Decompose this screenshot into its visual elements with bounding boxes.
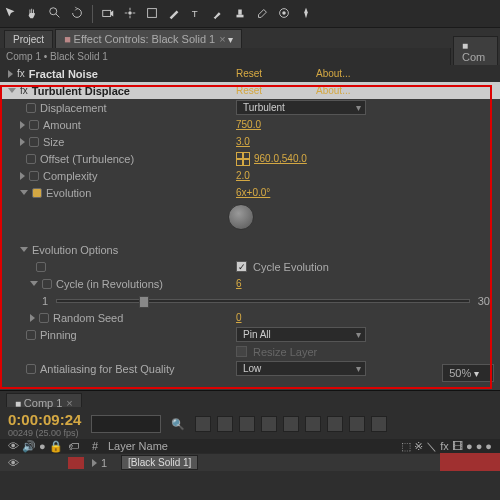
effect-controls-panel: fxFractal Noise Reset About... fxTurbule… bbox=[0, 65, 500, 377]
effect-fractal-noise[interactable]: fxFractal Noise Reset About... bbox=[0, 65, 500, 82]
prop-antialiasing: Antialiasing for Best QualityLow bbox=[0, 360, 500, 377]
cycle-slider[interactable] bbox=[56, 299, 470, 303]
about-link[interactable]: About... bbox=[316, 68, 350, 79]
displacement-select[interactable]: Turbulent bbox=[236, 100, 366, 115]
stopwatch-icon[interactable] bbox=[39, 313, 49, 323]
prop-evolution-options: Evolution Options bbox=[0, 241, 500, 258]
eraser-tool-icon[interactable] bbox=[255, 6, 269, 22]
shape-tool-icon[interactable] bbox=[145, 6, 159, 22]
crosshair-icon[interactable] bbox=[236, 152, 250, 166]
expand-icon[interactable] bbox=[92, 459, 97, 467]
hand-tool-icon[interactable] bbox=[26, 6, 40, 22]
search-input[interactable] bbox=[91, 415, 161, 433]
camera-tool-icon[interactable] bbox=[101, 6, 115, 22]
complexity-value[interactable]: 2.0 bbox=[236, 170, 250, 181]
evolution-knob[interactable] bbox=[228, 204, 254, 230]
stopwatch-icon[interactable] bbox=[26, 330, 36, 340]
collapse-icon[interactable] bbox=[8, 88, 16, 93]
pen-tool-icon[interactable] bbox=[167, 6, 181, 22]
cycle-evolution-checkbox[interactable]: ✓ bbox=[236, 261, 247, 272]
prop-resize-layer: Resize Layer bbox=[0, 343, 500, 360]
stopwatch-icon[interactable] bbox=[26, 154, 36, 164]
reset-link[interactable]: Reset bbox=[236, 85, 316, 96]
expand-icon[interactable] bbox=[20, 172, 25, 180]
stopwatch-icon[interactable] bbox=[42, 279, 52, 289]
icon-1[interactable] bbox=[195, 416, 211, 432]
fx-badge: fx bbox=[20, 85, 28, 96]
timecode[interactable]: 0:00:09:24 bbox=[8, 411, 81, 428]
expand-icon[interactable] bbox=[30, 314, 35, 322]
collapse-icon[interactable] bbox=[20, 247, 28, 252]
prop-evolution: Evolution6x+0.0° bbox=[0, 184, 500, 201]
tab-comp-right[interactable]: ■ Com bbox=[453, 36, 498, 66]
icon-8[interactable] bbox=[349, 416, 365, 432]
size-value[interactable]: 3.0 bbox=[236, 136, 250, 147]
roto-tool-icon[interactable] bbox=[277, 6, 291, 22]
svg-point-0 bbox=[50, 7, 57, 14]
reset-link[interactable]: Reset bbox=[236, 68, 316, 79]
slider-min: 1 bbox=[42, 295, 48, 307]
visibility-icon[interactable]: 👁 bbox=[8, 457, 68, 469]
stopwatch-icon[interactable] bbox=[29, 120, 39, 130]
tab-project[interactable]: Project bbox=[4, 30, 53, 48]
pin-tool-icon[interactable] bbox=[299, 6, 313, 22]
selection-tool-icon[interactable] bbox=[4, 6, 18, 22]
evolution-value[interactable]: 6x+0.0° bbox=[236, 187, 270, 198]
timeline-icons bbox=[195, 416, 492, 432]
text-tool-icon[interactable]: T bbox=[189, 6, 203, 22]
amount-value[interactable]: 750.0 bbox=[236, 119, 261, 130]
icon-4[interactable] bbox=[261, 416, 277, 432]
anchor-tool-icon[interactable] bbox=[123, 6, 137, 22]
brush-tool-icon[interactable] bbox=[211, 6, 225, 22]
stopwatch-icon[interactable] bbox=[26, 364, 36, 374]
collapse-icon[interactable] bbox=[30, 281, 38, 286]
layer-row[interactable]: 👁1[Black Solid 1]⬚ ／ fx ▾ bbox=[0, 453, 500, 471]
timecode-sub: 00249 (25.00 fps) bbox=[8, 428, 81, 438]
icon-6[interactable] bbox=[305, 416, 321, 432]
stopwatch-icon[interactable] bbox=[36, 262, 46, 272]
search-icon[interactable]: 🔍 bbox=[171, 418, 185, 431]
icon-7[interactable] bbox=[327, 416, 343, 432]
tab-timeline-comp[interactable]: ■ Comp 1× bbox=[6, 393, 82, 407]
expand-icon[interactable] bbox=[8, 70, 13, 78]
resize-layer-checkbox bbox=[236, 346, 247, 357]
close-icon[interactable]: × bbox=[219, 33, 225, 45]
close-icon[interactable]: × bbox=[66, 397, 72, 409]
stopwatch-icon[interactable] bbox=[32, 188, 42, 198]
layer-name[interactable]: [Black Solid 1] bbox=[121, 455, 198, 470]
icon-5[interactable] bbox=[283, 416, 299, 432]
breadcrumb: Comp 1 • Black Solid 1 bbox=[0, 48, 500, 65]
pinning-select[interactable]: Pin All bbox=[236, 327, 366, 342]
prop-random-seed: Random Seed0 bbox=[0, 309, 500, 326]
cycle-value[interactable]: 6 bbox=[236, 278, 242, 289]
stopwatch-icon[interactable] bbox=[29, 137, 39, 147]
tab-effect-controls[interactable]: ■ Effect Controls: Black Solid 1× ▾ bbox=[55, 29, 242, 48]
layer-color[interactable] bbox=[68, 457, 84, 469]
stopwatch-icon[interactable] bbox=[26, 103, 36, 113]
timeline-columns: 👁 🔊 ● 🔒🏷#Layer Name⬚ ※ ＼ fx 🎞 ● ● ● bbox=[0, 439, 500, 453]
stamp-tool-icon[interactable] bbox=[233, 6, 247, 22]
antialiasing-select[interactable]: Low bbox=[236, 361, 366, 376]
about-link[interactable]: About... bbox=[316, 85, 350, 96]
stopwatch-icon[interactable] bbox=[29, 171, 39, 181]
fx-badge: fx bbox=[17, 68, 25, 79]
collapse-icon[interactable] bbox=[20, 190, 28, 195]
icon-3[interactable] bbox=[239, 416, 255, 432]
rotate-tool-icon[interactable] bbox=[70, 6, 84, 22]
zoom-tool-icon[interactable] bbox=[48, 6, 62, 22]
effect-turbulent-displace[interactable]: fxTurbulent Displace Reset About... bbox=[0, 82, 500, 99]
panel-tabs: Project ■ Effect Controls: Black Solid 1… bbox=[0, 28, 500, 48]
expand-icon[interactable] bbox=[20, 121, 25, 129]
layer-bar[interactable] bbox=[440, 453, 500, 471]
random-seed-value[interactable]: 0 bbox=[236, 312, 242, 323]
expand-icon[interactable] bbox=[20, 138, 25, 146]
icon-9[interactable] bbox=[371, 416, 387, 432]
prop-complexity: Complexity2.0 bbox=[0, 167, 500, 184]
prop-offset: Offset (Turbulence)960.0,540.0 bbox=[0, 150, 500, 167]
icon-2[interactable] bbox=[217, 416, 233, 432]
zoom-select[interactable]: 50% ▾ bbox=[442, 364, 494, 382]
cycle-slider-row: 130 bbox=[0, 292, 500, 309]
svg-rect-6 bbox=[238, 9, 242, 14]
offset-value[interactable]: 960.0,540.0 bbox=[254, 153, 307, 164]
svg-rect-3 bbox=[148, 8, 157, 17]
